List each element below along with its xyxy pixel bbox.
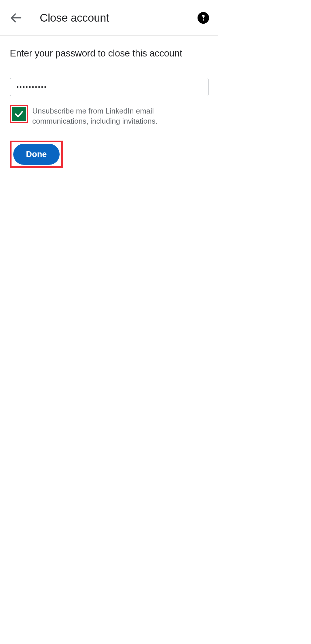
header-bar: Close account <box>0 0 218 36</box>
main-content: Enter your password to close this accoun… <box>0 36 218 180</box>
done-button-highlight-box: Done <box>10 141 63 168</box>
checkbox-highlight-box <box>10 105 28 123</box>
unsubscribe-row: Unsubscribe me from LinkedIn email commu… <box>10 105 208 126</box>
unsubscribe-checkbox[interactable] <box>12 107 26 121</box>
back-arrow-icon[interactable] <box>9 11 23 25</box>
help-icon[interactable] <box>197 12 210 24</box>
password-input[interactable] <box>10 78 208 96</box>
unsubscribe-label: Unsubscribe me from LinkedIn email commu… <box>32 105 208 126</box>
done-button[interactable]: Done <box>13 144 60 165</box>
subtitle-text: Enter your password to close this accoun… <box>10 48 208 59</box>
page-title: Close account <box>40 12 109 24</box>
svg-point-2 <box>203 19 204 20</box>
